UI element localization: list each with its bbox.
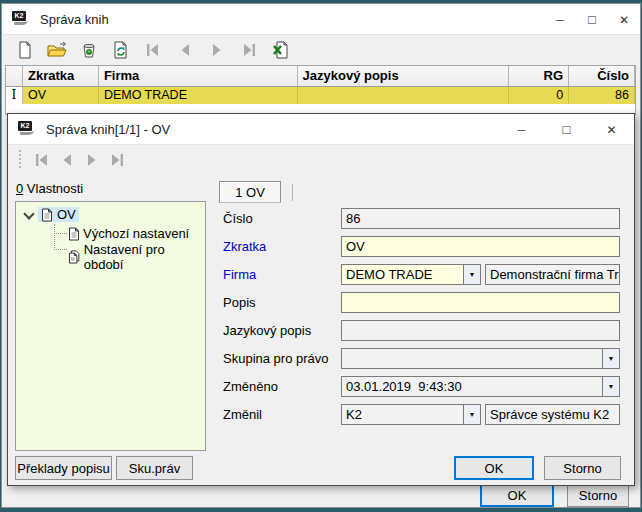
main-toolbar [2, 36, 640, 64]
screen: K2 Správa knih [0, 0, 642, 512]
dialog-toolbar [8, 146, 634, 174]
cislo-field[interactable]: 86 [341, 208, 620, 229]
tree-node-vychozi-nastaveni[interactable]: Výchozí nastavení [68, 226, 189, 241]
cell-zkratka: OV [23, 87, 99, 104]
recycle-bin-icon[interactable] [76, 38, 101, 62]
grid-header-jazykovy-popis[interactable]: Jazykový popis [298, 66, 510, 86]
label-zmeneno: Změněno [223, 376, 278, 394]
document-icon [41, 208, 53, 222]
maximize-icon[interactable] [576, 4, 608, 35]
close-icon[interactable] [608, 4, 640, 35]
main-ok-button[interactable]: OK [480, 483, 554, 507]
tree-node-label: Výchozí nastavení [83, 226, 189, 241]
label-popis: Popis [223, 292, 256, 310]
excel-export-icon[interactable] [268, 38, 293, 62]
firma-combobox[interactable]: DEMO TRADE [341, 264, 481, 285]
dropdown-arrow-icon[interactable] [463, 405, 480, 424]
open-folder-icon[interactable] [44, 38, 69, 62]
main-window-title: Správa knih [40, 12, 109, 27]
grid-header-zkratka[interactable]: Zkratka [23, 66, 99, 86]
grid-header: Zkratka Firma Jazykový popis RG Číslo [6, 66, 635, 87]
toolbar-gripper[interactable] [17, 150, 23, 170]
dialog-storno-button[interactable]: Storno [544, 456, 621, 480]
nav-next-icon[interactable] [204, 38, 229, 62]
dialog-window-controls [499, 114, 634, 145]
tree-node-nastaveni-pro-obdobi[interactable]: Nastavení pro období [68, 242, 205, 272]
label-cislo: Číslo [223, 208, 253, 226]
properties-label: 0 Vlastnosti [16, 181, 83, 196]
main-titlebar: K2 Správa knih [2, 4, 640, 35]
grid-header-cislo[interactable]: Číslo [569, 66, 635, 86]
chevron-down-icon[interactable] [24, 210, 33, 219]
dialog-titlebar: K2 Správa knih[1/1] - OV [8, 114, 634, 145]
dropdown-arrow-icon[interactable] [463, 265, 480, 284]
dropdown-arrow-icon[interactable] [602, 349, 619, 368]
tree-node-label: OV [57, 207, 76, 222]
grid-header-indicator [6, 66, 23, 86]
zmeneno-combobox[interactable]: 03.01.2019 9:43:30 [341, 376, 620, 397]
label-zkratka[interactable]: Zkratka [223, 236, 266, 254]
preklady-popisu-button[interactable]: Překlady popisu [15, 456, 112, 480]
dialog-title: Správa knih[1/1] - OV [46, 122, 170, 137]
refresh-document-icon[interactable] [108, 38, 133, 62]
k2-app-icon: K2 [18, 121, 38, 137]
minimize-icon[interactable] [499, 114, 544, 145]
nav-last-icon[interactable] [236, 38, 261, 62]
books-grid: Zkratka Firma Jazykový popis RG Číslo I … [5, 65, 636, 115]
nav-prev-icon[interactable] [54, 148, 79, 172]
table-row[interactable]: I OV DEMO TRADE 0 86 [6, 87, 635, 104]
cell-jazykovy-popis [298, 87, 510, 104]
main-storno-button[interactable]: Storno [567, 483, 629, 507]
label-jazykovy-popis: Jazykový popis [223, 320, 311, 338]
tree-node-root[interactable]: OV [24, 207, 79, 222]
nav-first-icon[interactable] [29, 148, 54, 172]
new-document-icon[interactable] [12, 38, 37, 62]
nav-last-icon[interactable] [104, 148, 129, 172]
dropdown-arrow-icon[interactable] [602, 377, 619, 396]
zkratka-field[interactable]: OV [341, 236, 620, 257]
nav-next-icon[interactable] [79, 148, 104, 172]
tree-node-label: Nastavení pro období [84, 242, 205, 272]
dialog-ok-button[interactable]: OK [454, 456, 534, 480]
nav-first-icon[interactable] [140, 38, 165, 62]
zmenil-description-field: Správce systému K2 [485, 404, 620, 425]
grid-header-rg[interactable]: RG [509, 66, 569, 86]
cell-rg: 0 [509, 87, 569, 104]
label-zmenil: Změnil [223, 404, 262, 422]
tab-1-ov[interactable]: 1 OV [219, 181, 281, 203]
label-firma[interactable]: Firma [223, 264, 256, 282]
row-cursor-icon: I [6, 87, 23, 104]
nav-prev-icon[interactable] [172, 38, 197, 62]
sku-prav-button[interactable]: Sku.práv [116, 456, 193, 480]
maximize-icon[interactable] [544, 114, 589, 145]
popis-field[interactable] [341, 292, 620, 313]
zmenil-combobox[interactable]: K2 [341, 404, 481, 425]
firma-description-field: Demonstrační firma Trade, [485, 264, 620, 285]
cell-cislo: 86 [569, 87, 635, 104]
jazykovy-popis-field[interactable] [341, 320, 620, 341]
k2-app-icon: K2 [12, 11, 32, 27]
cell-firma: DEMO TRADE [99, 87, 298, 104]
grid-header-firma[interactable]: Firma [99, 66, 298, 86]
tab-separator [292, 184, 293, 201]
minimize-icon[interactable] [544, 4, 576, 35]
detail-dialog: K2 Správa knih[1/1] - OV [7, 113, 635, 486]
skupina-pro-pravo-combobox[interactable] [341, 348, 620, 369]
documents-icon [68, 250, 81, 264]
main-window-controls [544, 4, 640, 35]
document-icon [68, 227, 80, 241]
close-icon[interactable] [589, 114, 634, 145]
label-skupina-pro-pravo: Skupina pro právo [223, 348, 329, 366]
properties-tree: OV Výchozí nastavení Nastavení pro obdob… [15, 201, 206, 451]
